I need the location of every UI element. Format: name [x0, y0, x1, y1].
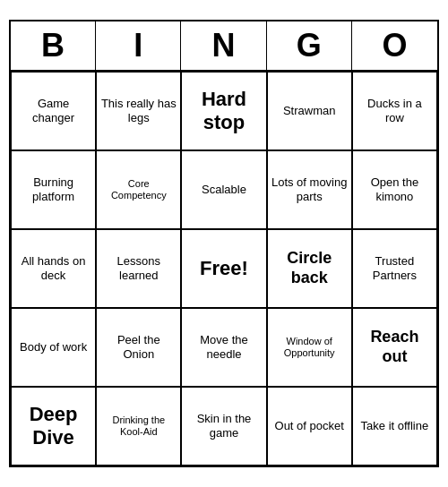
- bingo-cell-23[interactable]: Out of pocket: [267, 387, 352, 466]
- bingo-letter-b: B: [11, 21, 96, 70]
- bingo-cell-10[interactable]: All hands on deck: [11, 229, 96, 308]
- bingo-cell-3[interactable]: Strawman: [267, 72, 352, 150]
- bingo-cell-1[interactable]: This really has legs: [96, 72, 181, 150]
- bingo-cell-2[interactable]: Hard stop: [181, 72, 266, 150]
- bingo-cell-6[interactable]: Core Competency: [96, 150, 181, 229]
- bingo-cell-17[interactable]: Move the needle: [181, 308, 266, 387]
- bingo-cell-18[interactable]: Window of Opportunity: [267, 308, 352, 387]
- bingo-card: BINGO Game changerThis really has legsHa…: [9, 20, 439, 467]
- bingo-header: BINGO: [11, 21, 437, 72]
- bingo-cell-13[interactable]: Circle back: [267, 229, 352, 308]
- bingo-grid: Game changerThis really has legsHard sto…: [11, 72, 437, 466]
- bingo-letter-o: O: [352, 21, 437, 70]
- bingo-letter-i: I: [96, 21, 181, 70]
- bingo-cell-12[interactable]: Free!: [181, 229, 266, 308]
- bingo-cell-14[interactable]: Trusted Partners: [352, 229, 437, 308]
- bingo-cell-7[interactable]: Scalable: [181, 150, 266, 229]
- bingo-cell-11[interactable]: Lessons learned: [96, 229, 181, 308]
- bingo-letter-g: G: [267, 21, 352, 70]
- bingo-cell-8[interactable]: Lots of moving parts: [267, 150, 352, 229]
- bingo-cell-20[interactable]: Deep Dive: [11, 387, 96, 466]
- bingo-cell-0[interactable]: Game changer: [11, 72, 96, 150]
- bingo-cell-21[interactable]: Drinking the Kool-Aid: [96, 387, 181, 466]
- bingo-cell-15[interactable]: Body of work: [11, 308, 96, 387]
- bingo-cell-9[interactable]: Open the kimono: [352, 150, 437, 229]
- bingo-cell-19[interactable]: Reach out: [352, 308, 437, 387]
- bingo-cell-5[interactable]: Burning platform: [11, 150, 96, 229]
- bingo-cell-16[interactable]: Peel the Onion: [96, 308, 181, 387]
- bingo-cell-24[interactable]: Take it offline: [352, 387, 437, 466]
- bingo-cell-22[interactable]: Skin in the game: [181, 387, 266, 466]
- bingo-letter-n: N: [181, 21, 266, 70]
- bingo-cell-4[interactable]: Ducks in a row: [352, 72, 437, 150]
